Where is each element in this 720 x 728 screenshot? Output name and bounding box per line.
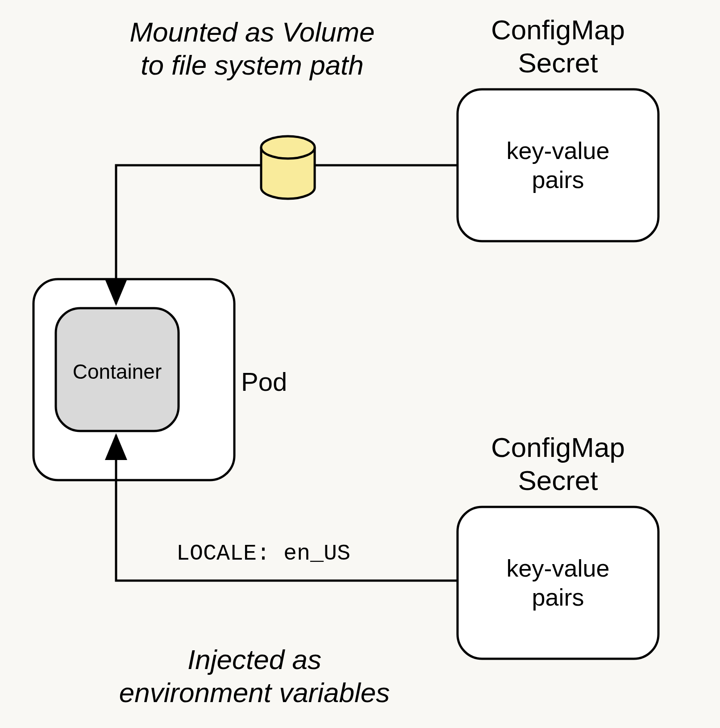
svg-point-5 [261, 136, 315, 159]
caption-mounted-volume: Mounted as Volumeto file system path [100, 16, 404, 82]
pod-label: Pod [241, 366, 330, 397]
caption-injected-env: Injected asenvironment variables [103, 643, 406, 710]
configmap-top-content: key-valuepairs [458, 136, 658, 194]
env-var-example: LOCALE: en_US [176, 540, 444, 567]
configmap-bottom-content: key-valuepairs [458, 554, 658, 612]
container-label: Container [56, 360, 179, 384]
configmap-bottom-title: ConfigMapSecret [458, 431, 658, 498]
configmap-top-title: ConfigMapSecret [458, 13, 658, 80]
